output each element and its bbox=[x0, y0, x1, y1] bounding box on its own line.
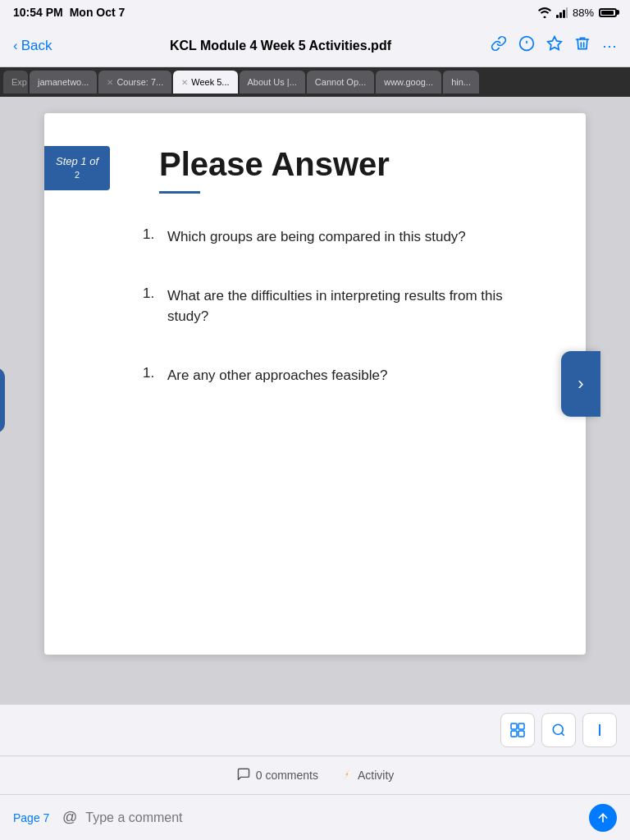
svg-rect-8 bbox=[511, 724, 517, 729]
tab-hin-label: hin... bbox=[451, 77, 471, 87]
lightning-icon bbox=[341, 766, 353, 784]
question-number-2: 1. bbox=[143, 285, 159, 302]
nav-actions: ⋯ bbox=[491, 35, 617, 56]
activity-label: Activity bbox=[358, 769, 394, 782]
tab-week5-close[interactable]: ✕ bbox=[181, 78, 188, 87]
send-button[interactable] bbox=[589, 804, 617, 832]
prev-page-button[interactable] bbox=[0, 368, 5, 433]
tab-exp[interactable]: Exp bbox=[3, 71, 28, 94]
tab-exp-label: Exp bbox=[11, 77, 27, 87]
question-number-3: 1. bbox=[143, 365, 159, 381]
at-icon[interactable]: @ bbox=[62, 809, 77, 826]
comments-count: 0 comments bbox=[256, 769, 318, 782]
pdf-page: Step 1 of 2 Please Answer 1. Which group… bbox=[44, 113, 586, 655]
status-time: 10:54 PM bbox=[13, 6, 63, 19]
tab-jamanetwo-label: jamanetwo... bbox=[38, 77, 89, 87]
battery-percentage: 88% bbox=[573, 7, 594, 19]
main-content: Step 1 of 2 Please Answer 1. Which group… bbox=[0, 97, 630, 704]
page-indicator: Page 7 bbox=[13, 811, 54, 824]
link-icon[interactable] bbox=[491, 35, 507, 56]
input-bar: Page 7 @ bbox=[0, 794, 630, 840]
comment-bubble-icon bbox=[236, 767, 251, 783]
tab-course[interactable]: ✕ Course: 7... bbox=[98, 71, 171, 94]
send-icon bbox=[596, 811, 609, 824]
tab-google-label: www.goog... bbox=[384, 77, 433, 87]
page-title: Please Answer bbox=[159, 146, 536, 183]
more-icon[interactable]: ⋯ bbox=[602, 37, 617, 55]
tab-aboutus[interactable]: About Us |... bbox=[240, 71, 305, 94]
svg-rect-0 bbox=[556, 15, 559, 18]
toolbar: I bbox=[0, 704, 630, 756]
star-icon[interactable] bbox=[546, 35, 563, 56]
svg-rect-11 bbox=[518, 731, 524, 737]
svg-marker-14 bbox=[343, 768, 351, 781]
question-text-2: What are the difficulties in interpretin… bbox=[167, 285, 536, 327]
comments-bar: 0 comments Activity bbox=[0, 756, 630, 794]
step-line1: Step 1 of bbox=[56, 154, 98, 169]
back-label: Back bbox=[21, 38, 52, 54]
tab-course-label: Course: 7... bbox=[116, 77, 163, 87]
chevron-right-icon: › bbox=[578, 373, 583, 395]
trash-icon[interactable] bbox=[574, 35, 591, 56]
question-item-2: 1. What are the difficulties in interpre… bbox=[143, 285, 536, 327]
tab-jamanetwo[interactable]: jamanetwo... bbox=[30, 71, 97, 94]
status-bar: 10:54 PM Mon Oct 7 88% bbox=[0, 0, 630, 25]
tab-cannotop[interactable]: Cannot Op... bbox=[307, 71, 374, 94]
cursor-button[interactable]: I bbox=[582, 713, 617, 747]
tab-week5-label: Week 5... bbox=[191, 77, 229, 87]
step-badge: Step 1 of 2 bbox=[44, 146, 110, 190]
title-underline bbox=[159, 191, 200, 194]
document-title: KCL Module 4 Week 5 Activities.pdf bbox=[71, 39, 491, 53]
status-icons: 88% bbox=[538, 7, 617, 19]
tab-cannotop-label: Cannot Op... bbox=[315, 77, 366, 87]
comment-input[interactable] bbox=[85, 810, 581, 825]
step-line2: 2 bbox=[56, 169, 98, 181]
grid-icon bbox=[510, 723, 525, 737]
svg-point-12 bbox=[553, 724, 563, 734]
signal-icon bbox=[556, 7, 568, 18]
svg-rect-3 bbox=[566, 7, 568, 18]
question-text-1: Which groups are being compared in this … bbox=[167, 226, 466, 248]
tab-week5[interactable]: ✕ Week 5... bbox=[173, 71, 237, 94]
tab-aboutus-label: About Us |... bbox=[248, 77, 297, 87]
next-page-button[interactable]: › bbox=[561, 351, 600, 417]
svg-line-13 bbox=[561, 733, 564, 735]
search-button[interactable] bbox=[541, 713, 576, 747]
question-number-1: 1. bbox=[143, 226, 159, 243]
question-item-3: 1. Are any other approaches feasible? bbox=[143, 365, 536, 386]
battery-icon bbox=[599, 8, 617, 17]
circle-icon[interactable] bbox=[518, 35, 535, 56]
grid-view-button[interactable] bbox=[500, 713, 535, 747]
svg-rect-1 bbox=[559, 12, 562, 18]
cursor-icon: I bbox=[597, 721, 602, 740]
wifi-icon bbox=[538, 7, 551, 18]
question-text-3: Are any other approaches feasible? bbox=[167, 365, 387, 386]
tab-google[interactable]: www.goog... bbox=[376, 71, 441, 94]
nav-bar: ‹ Back KCL Module 4 Week 5 Activities.pd… bbox=[0, 25, 630, 67]
status-date: Mon Oct 7 bbox=[70, 6, 126, 19]
svg-rect-10 bbox=[511, 731, 517, 737]
svg-rect-9 bbox=[518, 724, 524, 729]
search-icon bbox=[551, 723, 566, 737]
question-item-1: 1. Which groups are being compared in th… bbox=[143, 226, 536, 248]
comments-button[interactable]: 0 comments bbox=[236, 767, 318, 783]
back-button[interactable]: ‹ Back bbox=[13, 38, 71, 54]
tab-hin[interactable]: hin... bbox=[443, 71, 479, 94]
activity-button[interactable]: Activity bbox=[341, 766, 394, 784]
svg-marker-7 bbox=[548, 37, 562, 50]
tab-course-close[interactable]: ✕ bbox=[107, 78, 113, 87]
tabs-bar: Exp jamanetwo... ✕ Course: 7... ✕ Week 5… bbox=[0, 67, 630, 97]
chevron-left-icon: ‹ bbox=[13, 38, 18, 54]
svg-rect-2 bbox=[563, 10, 565, 18]
questions-list: 1. Which groups are being compared in th… bbox=[143, 226, 536, 386]
